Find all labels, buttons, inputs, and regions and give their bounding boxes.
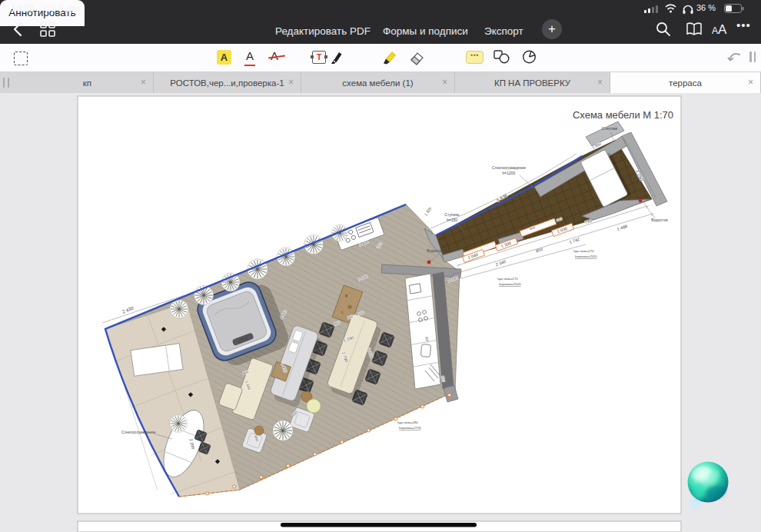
close-icon[interactable]: ×: [442, 77, 447, 88]
doc-tab-kp-check[interactable]: КП НА ПРОВЕРКУ ×: [455, 72, 610, 93]
doc-tab-label: терраса: [669, 78, 702, 88]
plan-label: Стеклоограждение: [492, 165, 526, 170]
doc-tab-label: схема мебели (1): [342, 78, 413, 88]
back-button[interactable]: [11, 21, 28, 38]
tab-export[interactable]: Экспорт: [484, 25, 523, 37]
outline-book-icon[interactable]: [686, 21, 703, 38]
add-tab-button[interactable]: +: [542, 19, 562, 39]
round-side-table: [307, 399, 321, 413]
tab-forms-signatures[interactable]: Формы и подписи: [383, 25, 468, 37]
plan-label: h=1200: [503, 171, 516, 175]
doc-tab-furniture-scheme[interactable]: схема мебели (1) ×: [301, 72, 455, 93]
plan-label: Стеклоограждение: [121, 430, 155, 434]
annotation-toolbar: A A A T •••: [0, 44, 761, 72]
siri-orb[interactable]: [688, 462, 729, 508]
doc-tab-label: кп: [83, 78, 91, 88]
more-menu-button[interactable]: •••: [736, 18, 751, 32]
doc-tab-kp[interactable]: кп ×: [22, 72, 154, 93]
selection-tool-icon[interactable]: [14, 52, 28, 65]
underline-text-tool[interactable]: A: [244, 49, 255, 66]
doc-tab-rostov[interactable]: РОСТОВ,чер...и,проверка-1 ×: [154, 72, 301, 93]
round-side-table: [254, 426, 264, 435]
doc-tab-terrace[interactable]: терраса ×: [610, 72, 761, 93]
next-page-black-bar: [281, 523, 477, 527]
plan-label: hпроема=2520: [499, 282, 521, 286]
drain-dot: [427, 261, 431, 264]
close-icon[interactable]: ×: [288, 77, 294, 88]
page-title: Схема мебели М 1:70: [573, 109, 673, 121]
close-icon[interactable]: ×: [597, 77, 603, 88]
plan-label: hдо низа=170: [573, 249, 594, 253]
battery-icon: [724, 4, 745, 14]
plan-label: hдо низа=280: [397, 421, 418, 424]
plan-label: Стеллаж: [602, 126, 618, 131]
text-settings-button[interactable]: AA: [712, 22, 726, 38]
search-icon[interactable]: [655, 21, 672, 38]
plan-label: hдо низа=170: [497, 277, 518, 281]
floor-plan-page[interactable]: Схема мебели М 1:70 Стеллаж Стеклоогражд…: [0, 93, 761, 532]
plan-label: Водосток: [651, 218, 668, 222]
battery-percent: 36 %: [696, 3, 716, 12]
toolbar-drag-handle[interactable]: [749, 52, 758, 67]
highlight-text-tool[interactable]: A: [217, 50, 231, 65]
pie-stamp-tool-icon[interactable]: [522, 49, 537, 65]
plan-label: Ступень: [444, 212, 460, 217]
page-canvas[interactable]: Схема мебели М 1:70 Стеллаж Стеклоогражд…: [78, 96, 681, 514]
doc-tab-label: РОСТОВ,чер...и,проверка-1: [170, 78, 284, 88]
plan-label: Водосток: [427, 248, 444, 253]
headphones-icon: [682, 3, 694, 14]
pdf-content-area[interactable]: Схема мебели М 1:70 Стеллаж Стеклоогражд…: [0, 93, 761, 532]
shapes-tool-icon[interactable]: [493, 50, 510, 64]
undo-icon[interactable]: [727, 50, 743, 64]
document-tab-bar: кп × РОСТОВ,чер...и,проверка-1 × схема м…: [0, 72, 761, 93]
comment-tool-icon[interactable]: •••: [466, 51, 484, 64]
doc-tab-label: КП НА ПРОВЕРКУ: [494, 78, 570, 88]
tab-strip-handle[interactable]: [0, 72, 22, 93]
close-icon[interactable]: ×: [141, 77, 146, 88]
top-toolbar: 14:20 Сб 9 дек. 36 % Аннотировать Редакт…: [0, 0, 761, 44]
tab-edit-pdf[interactable]: Редактировать PDF: [275, 25, 371, 37]
highlighter-tool-icon[interactable]: [382, 49, 398, 65]
strikethrough-text-tool[interactable]: A: [271, 49, 278, 65]
status-time: 14:20: [11, 3, 35, 14]
plan-label: h=150: [447, 218, 457, 222]
status-date: Сб 9 дек.: [44, 3, 83, 14]
plan-label: hпроема=2726: [399, 426, 421, 430]
plan-label: hпроема=2520: [575, 254, 597, 258]
cellular-signal-icon: [644, 4, 661, 14]
drain-dot: [639, 199, 643, 203]
eraser-tool-icon[interactable]: [409, 50, 426, 65]
close-icon[interactable]: ×: [748, 77, 753, 88]
grid-view-button[interactable]: [40, 22, 55, 37]
wifi-icon: [664, 3, 677, 13]
pen-tool-icon[interactable]: [330, 50, 345, 65]
text-box-tool[interactable]: T: [312, 51, 326, 64]
